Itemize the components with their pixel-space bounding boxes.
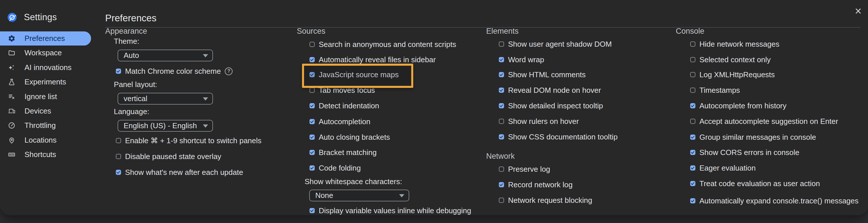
section-title-elements: Elements	[486, 27, 519, 36]
checkbox-show-rulers-on-hover[interactable]	[499, 119, 504, 124]
checkbox-row-selected-context-only: Selected context only	[690, 55, 771, 65]
checkbox-row-display-variable-values-inline-while-debuggi: Display variable values inline while deb…	[310, 206, 471, 215]
checkbox-row-detect-indentation: Detect indentation	[310, 101, 379, 110]
section-title-appearance: Appearance	[105, 27, 147, 36]
dropdown-english-us-english-us[interactable]: English (US) - English (US)	[118, 120, 213, 132]
checkbox-label: Reveal DOM node on hover	[508, 85, 601, 95]
checkbox-row-show-rulers-on-hover: Show rulers on hover	[499, 117, 579, 126]
checkbox-label: Disable paused state overlay	[125, 152, 221, 161]
checkbox-row-show-html-comments: Show HTML comments	[499, 70, 586, 79]
checkbox-enable-1-9-shortcut-to-switch-panels[interactable]	[116, 138, 121, 143]
sidebar-item-experiments[interactable]: Experiments	[0, 75, 91, 89]
checkbox-auto-closing-brackets[interactable]	[310, 134, 315, 140]
sidebar-item-label: Locations	[25, 136, 57, 145]
checkbox-row-eager-evaluation: Eager evaluation	[690, 163, 755, 173]
checkbox-row-search-in-anonymous-and-content-scripts: Search in anonymous and content scripts	[310, 39, 456, 49]
checkbox-show-what-s-new-after-each-update[interactable]	[116, 170, 121, 175]
checkbox-show-user-agent-shadow-dom[interactable]	[499, 41, 504, 47]
checkbox-label: Show HTML comments	[508, 70, 586, 79]
checkbox-javascript-source-maps[interactable]	[310, 72, 315, 77]
checkbox-treat-code-evaluation-as-user-action[interactable]	[690, 181, 695, 186]
checkbox-automatically-reveal-files-in-sidebar[interactable]	[310, 57, 315, 62]
checkbox-preserve-log[interactable]	[499, 166, 504, 172]
checkbox-row-automatically-expand-console-trace-messages: Automatically expand console.trace() mes…	[690, 191, 861, 211]
checkbox-log-xmlhttprequests[interactable]	[690, 72, 695, 77]
checkbox-show-css-documentation-tooltip[interactable]	[499, 134, 504, 139]
checkbox-show-detailed-inspect-tooltip[interactable]	[499, 103, 504, 108]
sidebar-item-shortcuts[interactable]: Shortcuts	[0, 148, 91, 162]
sidebar-item-locations[interactable]: Locations	[0, 133, 91, 147]
checkbox-label: Automatically reveal files in sidebar	[319, 55, 436, 65]
checkbox-row-tab-moves-focus: Tab moves focus	[310, 85, 375, 95]
checkbox-label: Group similar messages in console	[700, 132, 816, 142]
checkbox-word-wrap[interactable]	[499, 57, 504, 62]
checkbox-reveal-dom-node-on-hover[interactable]	[499, 88, 504, 93]
checkbox-row-match-chrome-color-scheme: Match Chrome color scheme?	[116, 66, 232, 76]
field-label-language: Language:	[114, 106, 149, 117]
checkbox-tab-moves-focus[interactable]	[310, 88, 315, 93]
checkbox-disable-paused-state-overlay[interactable]	[116, 154, 121, 159]
chevron-down-icon	[203, 54, 208, 57]
checkbox-display-variable-values-inline-while-debuggi[interactable]	[310, 208, 315, 213]
sidebar-item-ai-innovations[interactable]: AI innovations	[0, 61, 91, 75]
sidebar-item-ignore-list[interactable]: Ignore list	[0, 90, 91, 104]
checkbox-label: Show user agent shadow DOM	[508, 39, 612, 49]
sidebar-item-workspace[interactable]: Workspace	[0, 46, 91, 60]
checkbox-detect-indentation[interactable]	[310, 103, 315, 108]
field-label-show-whitespace-characters: Show whitespace characters:	[305, 177, 402, 186]
pin-icon	[8, 136, 16, 144]
sidebar-item-devices[interactable]: Devices	[0, 104, 91, 118]
checkbox-row-hide-network-messages: Hide network messages	[690, 39, 779, 49]
checkbox-accept-autocomplete-suggestion-on-enter[interactable]	[690, 119, 695, 124]
dropdown-value: vertical	[124, 94, 147, 103]
checkbox-search-in-anonymous-and-content-scripts[interactable]	[310, 42, 315, 47]
checkbox-eager-evaluation[interactable]	[690, 165, 695, 170]
dropdown-value: English (US) - English (US)	[124, 121, 199, 130]
chromium-logo-icon	[7, 12, 17, 22]
help-icon[interactable]: ?	[225, 67, 232, 75]
checkbox-timestamps[interactable]	[690, 88, 695, 93]
checkbox-network-request-blocking[interactable]	[499, 198, 504, 203]
checkbox-label: Match Chrome color scheme	[125, 66, 221, 76]
checkbox-match-chrome-color-scheme[interactable]	[116, 69, 121, 74]
checkbox-bracket-matching[interactable]	[310, 150, 315, 155]
folder-icon	[8, 49, 16, 57]
sparkles-icon	[8, 64, 16, 71]
checkbox-label: Selected context only	[700, 55, 771, 65]
settings-dialog: Settings Preferences PreferencesWorkspac…	[0, 0, 868, 215]
dropdown-none[interactable]: None	[309, 190, 409, 201]
checkbox-label: JavaScript source maps	[319, 70, 399, 79]
sidebar-item-label: Shortcuts	[25, 150, 56, 159]
checkbox-label: Record network log	[508, 180, 572, 190]
checkbox-label: Tab moves focus	[319, 85, 375, 95]
sidebar-item-throttling[interactable]: Throttling	[0, 119, 91, 132]
checkbox-autocomplete-from-history[interactable]	[690, 103, 695, 108]
checkbox-label: Detect indentation	[319, 101, 379, 110]
checkbox-label: Search in anonymous and content scripts	[319, 39, 456, 49]
close-icon[interactable]: ×	[849, 2, 867, 20]
checkbox-record-network-log[interactable]	[499, 182, 504, 187]
checkbox-hide-network-messages[interactable]	[690, 41, 695, 47]
checkbox-autocompletion[interactable]	[310, 119, 315, 124]
checkbox-label: Log XMLHttpRequests	[700, 70, 775, 79]
checkbox-row-accept-autocomplete-suggestion-on-enter: Accept autocomplete suggestion on Enter	[690, 117, 838, 126]
flask-icon	[8, 78, 16, 86]
checkbox-selected-context-only[interactable]	[690, 57, 695, 62]
gauge-icon	[8, 122, 16, 129]
checkbox-show-cors-errors-in-console[interactable]	[690, 150, 695, 155]
checkbox-show-html-comments[interactable]	[499, 72, 504, 77]
checkbox-automatically-expand-console-trace-messages[interactable]	[690, 198, 695, 203]
checkbox-code-folding[interactable]	[310, 165, 315, 170]
checkbox-row-show-cors-errors-in-console: Show CORS errors in console	[690, 148, 799, 157]
sidebar-item-preferences[interactable]: Preferences	[0, 31, 91, 45]
checkbox-row-log-xmlhttprequests: Log XMLHttpRequests	[690, 70, 775, 79]
checkbox-row-treat-code-evaluation-as-user-action: Treat code evaluation as user action	[690, 179, 820, 188]
checkbox-group-similar-messages-in-console[interactable]	[690, 134, 695, 140]
sidebar-item-label: Preferences	[25, 34, 65, 43]
dropdown-auto[interactable]: Auto	[118, 50, 213, 61]
sidebar-item-label: Workspace	[25, 49, 62, 57]
checkbox-label: Autocompletion	[319, 117, 370, 126]
checkbox-row-reveal-dom-node-on-hover: Reveal DOM node on hover	[499, 85, 601, 95]
dropdown-vertical[interactable]: vertical	[118, 93, 213, 104]
checkbox-row-record-network-log: Record network log	[499, 180, 572, 190]
